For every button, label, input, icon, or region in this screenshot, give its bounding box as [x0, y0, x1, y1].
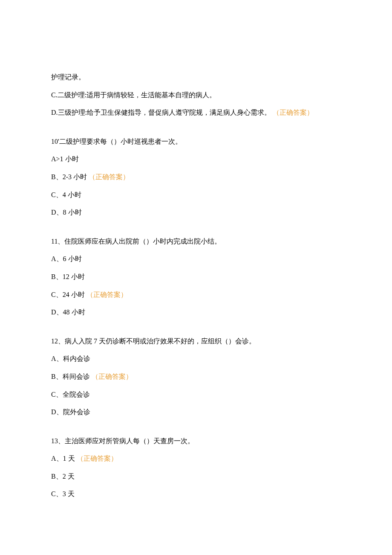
document-page: 护理记录。 C.二级护理:适用于病情较轻，生活能基本自理的病人。 D.三级护理:…	[0, 0, 392, 555]
option-a: A、科内会诊	[51, 353, 341, 364]
option-a: A、6 小时	[51, 253, 341, 264]
question-stem: 11、住院医师应在病人出院前（）小时内完成出院小结。	[51, 236, 341, 247]
option-d: D、院外会诊	[51, 407, 341, 418]
option-b-text: B、2-3 小时	[51, 173, 87, 180]
correct-answer-label: （正确答案）	[86, 291, 127, 298]
option-c: C、全院会诊	[51, 389, 341, 400]
option-a: A、1 天 （正确答案）	[51, 453, 341, 464]
question-12: 12、病人入院 7 天仍诊断不明或治疗效果不好的，应组织（）会诊。 A、科内会诊…	[51, 336, 341, 418]
correct-answer-label: （正确答案）	[92, 373, 133, 380]
option-b: B、2 天	[51, 471, 341, 482]
correct-answer-label: （正确答案）	[273, 109, 314, 116]
option-b: B、12 小时	[51, 271, 341, 282]
option-d: D.三级护理:给予卫生保健指导，督促病人遵守院规，满足病人身心需求。 （正确答案…	[51, 107, 341, 118]
question-stem: 12、病人入院 7 天仍诊断不明或治疗效果不好的，应组织（）会诊。	[51, 336, 341, 347]
option-b: B、科间会诊 （正确答案）	[51, 371, 341, 382]
option-d: D、48 小时	[51, 307, 341, 318]
option-c-text: C、24 小时	[51, 291, 85, 298]
question-13: 13、主治医师应对所管病人每（）天查房一次。 A、1 天 （正确答案） B、2 …	[51, 436, 341, 500]
question-stem: 13、主治医师应对所管病人每（）天查房一次。	[51, 436, 341, 447]
option-c: C、4 小时	[51, 189, 341, 200]
text-line: 护理记录。	[51, 72, 341, 83]
option-c: C.二级护理:适用于病情较轻，生活能基本自理的病人。	[51, 90, 341, 101]
question-stem: 10'二级护理要求每（）小时巡视患者一次。	[51, 136, 341, 147]
correct-answer-label: （正确答案）	[89, 173, 130, 180]
option-d: D、8 小时	[51, 207, 341, 218]
option-a: A>1 小时	[51, 154, 341, 165]
option-c: C、3 天	[51, 488, 341, 500]
question-10: 10'二级护理要求每（）小时巡视患者一次。 A>1 小时 B、2-3 小时 （正…	[51, 136, 341, 218]
correct-answer-label: （正确答案）	[77, 455, 118, 462]
option-d-text: D.三级护理:给予卫生保健指导，督促病人遵守院规，满足病人身心需求。	[51, 109, 271, 116]
option-a-text: A、1 天	[51, 455, 75, 462]
option-b: B、2-3 小时 （正确答案）	[51, 171, 341, 183]
question-11: 11、住院医师应在病人出院前（）小时内完成出院小结。 A、6 小时 B、12 小…	[51, 236, 341, 318]
option-b-text: B、科间会诊	[51, 373, 90, 380]
option-c: C、24 小时 （正确答案）	[51, 289, 341, 300]
question-9-continued: 护理记录。 C.二级护理:适用于病情较轻，生活能基本自理的病人。 D.三级护理:…	[51, 72, 341, 118]
